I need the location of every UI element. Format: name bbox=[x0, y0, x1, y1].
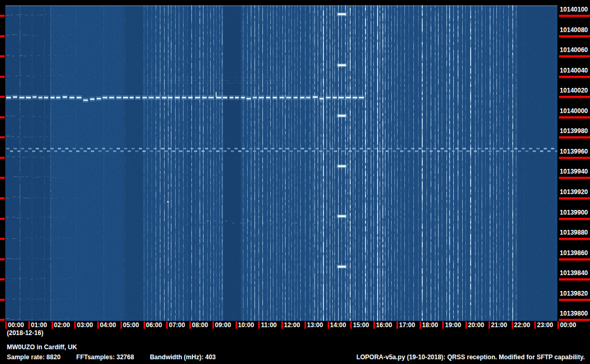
frequency-tick-bar bbox=[559, 96, 590, 98]
time-tick-label: 07:00 bbox=[169, 322, 185, 329]
frequency-tick-bar bbox=[559, 157, 590, 159]
frequency-tick-label: 10139980 bbox=[558, 128, 588, 135]
left-frequency-tick bbox=[0, 116, 5, 118]
frequency-tick-bar bbox=[559, 218, 590, 220]
stat-sample-rate: Sample rate: 8820 bbox=[7, 353, 60, 361]
time-tick bbox=[373, 321, 375, 329]
left-frequency-tick bbox=[0, 177, 5, 179]
time-tick bbox=[258, 321, 260, 329]
frequency-tick-label: 10140080 bbox=[558, 27, 588, 34]
time-tick-label: 06:00 bbox=[146, 322, 162, 329]
frequency-tick-label: 10139920 bbox=[558, 189, 588, 196]
time-tick-label: 23:00 bbox=[537, 322, 553, 329]
left-frequency-tick bbox=[0, 15, 5, 17]
left-frequency-tick bbox=[0, 238, 5, 240]
time-tick bbox=[74, 321, 76, 329]
frequency-tick-label: 10139960 bbox=[558, 148, 588, 155]
left-frequency-tick bbox=[0, 258, 5, 260]
time-tick bbox=[97, 321, 99, 329]
time-tick-label: 00:00 bbox=[8, 322, 24, 329]
time-tick bbox=[281, 321, 283, 329]
left-frequency-tick bbox=[0, 218, 5, 220]
frequency-tick-bar bbox=[559, 258, 590, 261]
left-frequency-tick bbox=[0, 76, 5, 78]
time-tick-label: 15:00 bbox=[353, 322, 369, 329]
frequency-tick-label: 10140000 bbox=[558, 108, 588, 115]
time-tick-label: 10:00 bbox=[238, 322, 255, 329]
time-tick bbox=[120, 321, 122, 329]
time-tick bbox=[465, 321, 467, 329]
date-label: (2018-12-16) bbox=[7, 329, 43, 337]
frequency-tick-bar bbox=[559, 15, 590, 17]
stats-line: Sample rate: 8820FFTsamples: 32768Bandwi… bbox=[7, 353, 231, 361]
frequency-tick-label: 10139880 bbox=[558, 229, 588, 236]
frequency-tick-bar bbox=[559, 55, 590, 58]
frequency-tick-bar bbox=[559, 177, 590, 179]
qrss-grabber-screen: (2018-12-16) MW0UZO in Cardiff, UK Sampl… bbox=[0, 0, 590, 364]
time-tick-label: 11:00 bbox=[261, 322, 277, 329]
time-tick bbox=[304, 321, 306, 329]
time-tick-label: 09:00 bbox=[215, 322, 231, 329]
frequency-tick-bar bbox=[559, 238, 590, 240]
time-tick-label: 18:00 bbox=[422, 322, 439, 329]
time-tick-label: 02:00 bbox=[54, 322, 70, 329]
time-tick bbox=[396, 321, 398, 329]
frequency-tick-label: 10140040 bbox=[558, 67, 588, 74]
spectrogram-canvas bbox=[5, 5, 557, 321]
frequency-tick-bar bbox=[559, 299, 590, 301]
time-tick-label: 17:00 bbox=[399, 322, 415, 329]
frequency-tick-bar bbox=[559, 35, 590, 38]
time-tick-label: 22:00 bbox=[514, 322, 531, 329]
frequency-tick-label: 10139840 bbox=[558, 270, 588, 277]
time-tick-label: 12:00 bbox=[284, 322, 300, 329]
time-tick-label: 14:00 bbox=[330, 322, 347, 329]
frequency-tick-label: 10139820 bbox=[558, 290, 588, 297]
time-tick-label: 16:00 bbox=[376, 322, 392, 329]
left-frequency-tick bbox=[0, 35, 5, 37]
time-tick-label: 08:00 bbox=[192, 322, 208, 329]
time-tick bbox=[212, 321, 214, 329]
software-credit-label: LOPORA-v5a.py (19-10-2018): QRSS recepti… bbox=[357, 353, 585, 361]
time-tick bbox=[350, 321, 352, 329]
time-tick bbox=[236, 321, 237, 329]
frequency-tick-label: 10140100 bbox=[558, 6, 588, 13]
time-tick-label: 00:00 bbox=[560, 322, 576, 329]
time-tick-label: 05:00 bbox=[123, 322, 139, 329]
time-tick-label: 20:00 bbox=[468, 322, 484, 329]
frequency-tick-label: 10140060 bbox=[558, 47, 588, 54]
left-frequency-tick bbox=[0, 319, 5, 321]
stat-bandwidth: Bandwidth (mHz): 403 bbox=[150, 353, 216, 361]
left-frequency-tick bbox=[0, 136, 5, 138]
left-frequency-tick bbox=[0, 278, 5, 280]
time-tick-label: 13:00 bbox=[307, 322, 323, 329]
frequency-tick-label: 10140020 bbox=[558, 87, 588, 94]
left-frequency-tick bbox=[0, 197, 5, 199]
time-tick bbox=[489, 321, 490, 329]
left-frequency-tick bbox=[0, 96, 5, 98]
frequency-tick-bar bbox=[559, 278, 590, 281]
left-frequency-tick bbox=[0, 299, 5, 301]
time-tick bbox=[166, 321, 168, 329]
frequency-tick-bar bbox=[559, 76, 590, 78]
time-tick bbox=[144, 321, 145, 329]
frequency-tick-label: 10139900 bbox=[558, 209, 588, 216]
frequency-tick-label: 10139860 bbox=[558, 250, 588, 257]
time-tick bbox=[52, 321, 53, 329]
frequency-tick-bar bbox=[559, 136, 590, 139]
time-tick-label: 21:00 bbox=[491, 322, 507, 329]
left-frequency-tick bbox=[0, 55, 5, 57]
time-tick bbox=[534, 321, 536, 329]
frequency-tick-label: 10139940 bbox=[558, 168, 588, 175]
time-tick-label: 04:00 bbox=[100, 322, 116, 329]
time-tick bbox=[28, 321, 30, 329]
time-tick bbox=[5, 321, 7, 329]
time-tick-label: 01:00 bbox=[31, 322, 47, 329]
left-frequency-tick bbox=[0, 157, 5, 159]
station-label: MW0UZO in Cardiff, UK bbox=[7, 343, 77, 351]
time-tick-label: 19:00 bbox=[445, 322, 461, 329]
time-tick bbox=[557, 321, 559, 329]
time-tick bbox=[442, 321, 444, 329]
frequency-tick-bar bbox=[559, 197, 590, 200]
time-tick bbox=[512, 321, 513, 329]
time-tick bbox=[420, 321, 421, 329]
